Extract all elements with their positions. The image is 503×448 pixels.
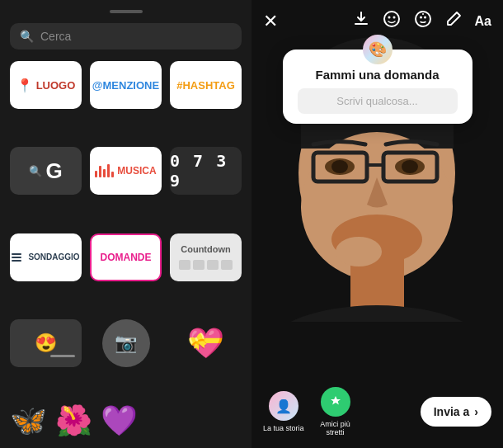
camera-circle: 📷 bbox=[102, 319, 150, 367]
sticker-emoji-slider[interactable]: 😍 bbox=[10, 319, 82, 367]
search-small-icon: 🔍 bbox=[29, 165, 42, 177]
your-story-label: La tua storia bbox=[263, 424, 304, 432]
svg-point-10 bbox=[331, 160, 348, 173]
heart-emoji: 💝 bbox=[187, 326, 224, 361]
drag-handle[interactable] bbox=[110, 10, 143, 13]
close-button[interactable]: ✕ bbox=[263, 12, 278, 31]
sticker-menzione[interactable]: @MENZIONE bbox=[90, 61, 162, 109]
close-friends-label: Amici più stretti bbox=[313, 420, 359, 436]
text-tool-button[interactable]: Aa bbox=[475, 14, 491, 29]
question-sticker-overlay[interactable]: 🎨 Fammi una domanda Scrivi qualcosa... bbox=[283, 50, 472, 124]
search-placeholder[interactable]: Cerca bbox=[40, 30, 71, 43]
question-sticker-avatar: 🎨 bbox=[363, 35, 393, 64]
story-bottom-bar: 👤 La tua storia Amici più stretti Invia … bbox=[252, 379, 503, 448]
toolbar-right-icons: Aa bbox=[353, 10, 491, 32]
sticker-grid: 📍 LUOGO @MENZIONE #HASHTAG 🔍 G MUSICA 0 … bbox=[10, 61, 242, 397]
gif-label: G bbox=[45, 158, 62, 184]
bottom-sticker-row: 🦋 🌺 💜 bbox=[10, 403, 242, 438]
red-flower-sticker[interactable]: 🌺 bbox=[55, 403, 92, 438]
face-effects-icon[interactable] bbox=[414, 10, 432, 32]
your-story-avatar: 👤 bbox=[269, 391, 299, 421]
svg-point-18 bbox=[388, 17, 390, 19]
menzione-label: @MENZIONE bbox=[92, 79, 159, 92]
sticker-countdown[interactable]: Countdown bbox=[170, 233, 242, 281]
sticker-panel: 🔍 Cerca 📍 LUOGO @MENZIONE #HASHTAG 🔍 G bbox=[0, 0, 252, 448]
sondaggio-label: SONDAGGIO bbox=[28, 252, 79, 262]
svg-point-16 bbox=[336, 237, 382, 266]
emoji-slider-line bbox=[50, 355, 75, 357]
countdown-label: Countdown bbox=[181, 244, 230, 254]
chevron-right-icon: › bbox=[474, 405, 478, 418]
send-button[interactable]: Invia a › bbox=[421, 397, 491, 427]
send-label: Invia a bbox=[434, 405, 470, 418]
star-icon bbox=[328, 394, 343, 409]
sticker-sondaggio[interactable]: SONDAGGIO bbox=[10, 233, 82, 281]
butterfly-sticker[interactable]: 🦋 bbox=[10, 403, 47, 438]
question-sticker-input[interactable]: Scrivi qualcosa... bbox=[298, 88, 458, 114]
question-sticker-title: Fammi una domanda bbox=[298, 68, 458, 82]
purple-heart-sticker[interactable]: 💜 bbox=[101, 403, 138, 438]
luogo-label: LUOGO bbox=[36, 79, 76, 92]
sticker-heart[interactable]: 💝 bbox=[170, 319, 242, 367]
search-icon: 🔍 bbox=[20, 30, 34, 43]
close-friends-option[interactable]: Amici più stretti bbox=[313, 387, 359, 436]
poll-lines-icon bbox=[12, 253, 21, 262]
smiley-sticker-icon[interactable] bbox=[383, 10, 401, 32]
sticker-timer[interactable]: 0 7 3 9 bbox=[170, 147, 242, 195]
search-bar[interactable]: 🔍 Cerca bbox=[10, 23, 242, 50]
avatar-emoji: 🎨 bbox=[369, 40, 387, 59]
pencil-icon[interactable] bbox=[445, 11, 462, 31]
music-bars-icon bbox=[95, 164, 114, 177]
camera-icon: 📷 bbox=[115, 332, 137, 354]
musica-label: MUSICA bbox=[117, 165, 156, 177]
emoji-face: 😍 bbox=[35, 332, 57, 354]
domande-label: DOMANDE bbox=[101, 252, 152, 263]
download-icon[interactable] bbox=[353, 11, 369, 31]
svg-point-19 bbox=[393, 17, 395, 19]
story-preview-panel: ✕ bbox=[252, 0, 503, 448]
countdown-bars-icon bbox=[179, 260, 233, 270]
sticker-camera[interactable]: 📷 bbox=[90, 319, 162, 367]
svg-point-21 bbox=[420, 17, 422, 19]
svg-point-23 bbox=[422, 13, 424, 15]
timer-display: 0 7 3 9 bbox=[170, 151, 242, 191]
sticker-hashtag[interactable]: #HASHTAG bbox=[170, 61, 242, 109]
sticker-gif[interactable]: 🔍 G bbox=[10, 147, 82, 195]
avatar-photo: 👤 bbox=[275, 398, 292, 414]
svg-point-22 bbox=[424, 17, 426, 19]
sticker-luogo[interactable]: 📍 LUOGO bbox=[10, 61, 82, 109]
svg-point-11 bbox=[402, 160, 418, 173]
hashtag-label: #HASHTAG bbox=[176, 79, 235, 92]
pin-icon: 📍 bbox=[16, 78, 33, 93]
svg-point-17 bbox=[384, 12, 399, 26]
sticker-domande[interactable]: DOMANDE bbox=[90, 233, 162, 281]
your-story-option[interactable]: 👤 La tua storia bbox=[263, 391, 304, 432]
close-friends-badge bbox=[321, 387, 350, 417]
sticker-musica[interactable]: MUSICA bbox=[90, 147, 162, 195]
